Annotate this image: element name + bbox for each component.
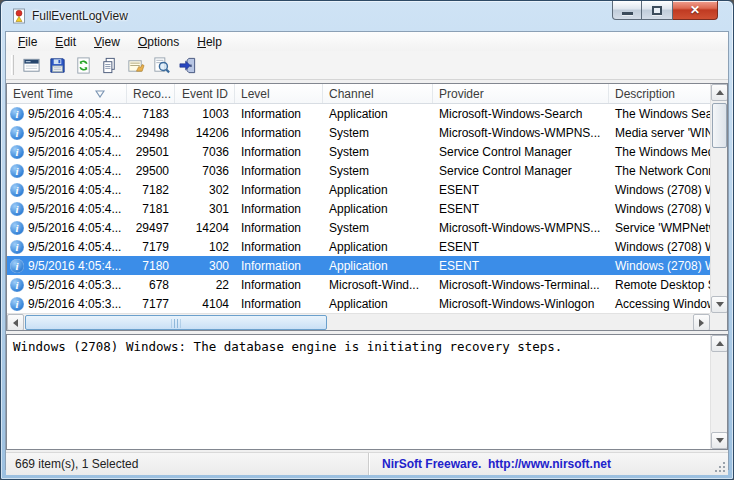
list-rows: i9/5/2016 4:05:4...71831003InformationAp… xyxy=(7,104,710,313)
column-header-provider[interactable]: Provider xyxy=(433,84,609,103)
horizontal-scroll-thumb[interactable] xyxy=(25,315,327,330)
window-title: FullEventLogView xyxy=(32,9,128,23)
event-row-selected[interactable]: i9/5/2016 4:05:4...7180300InformationApp… xyxy=(7,256,710,275)
cell-channel: System xyxy=(323,221,433,235)
event-time-text: 9/5/2016 4:05:4... xyxy=(28,259,121,273)
cell-description: The Network Conn xyxy=(609,164,710,178)
cell-level: Information xyxy=(235,202,323,216)
find-button[interactable] xyxy=(148,53,174,77)
resize-grip-icon[interactable] xyxy=(714,461,726,473)
maximize-button[interactable] xyxy=(642,1,673,20)
event-row[interactable]: i9/5/2016 4:05:4...7179102InformationApp… xyxy=(7,237,710,256)
scroll-down-button[interactable] xyxy=(711,296,728,313)
cell-provider: ESENT xyxy=(433,202,609,216)
column-header-time[interactable]: Event Time xyxy=(7,84,127,103)
save-button[interactable] xyxy=(44,53,70,77)
column-label: Level xyxy=(241,87,270,101)
column-label: Provider xyxy=(439,87,484,101)
cell-time: i9/5/2016 4:05:4... xyxy=(7,259,127,273)
cell-channel: System xyxy=(323,145,433,159)
detail-scroll-up-button[interactable] xyxy=(711,335,728,352)
nirsoft-link[interactable]: NirSoft Freeware. http://www.nirsoft.net xyxy=(382,457,611,471)
copy-button[interactable] xyxy=(96,53,122,77)
column-header-channel[interactable]: Channel xyxy=(323,84,433,103)
event-row[interactable]: i9/5/2016 4:05:4...2949814206Information… xyxy=(7,123,710,142)
screen: FullEventLogView ✕ FileEditViewOptionsHe… xyxy=(0,0,734,480)
column-header-record[interactable]: Reco... xyxy=(127,84,175,103)
status-bar: 669 item(s), 1 Selected NirSoft Freeware… xyxy=(6,452,728,475)
cell-channel: Application xyxy=(323,297,433,311)
event-row[interactable]: i9/5/2016 4:05:3...67822InformationMicro… xyxy=(7,275,710,294)
cell-description: Windows (2708) W xyxy=(609,202,710,216)
exit-button[interactable] xyxy=(174,53,200,77)
menu-view[interactable]: View xyxy=(85,33,129,51)
cell-time: i9/5/2016 4:05:4... xyxy=(7,164,127,178)
event-row[interactable]: i9/5/2016 4:05:4...295007036InformationS… xyxy=(7,161,710,180)
detail-vertical-scrollbar[interactable] xyxy=(710,335,727,449)
toolbar-grip[interactable] xyxy=(11,55,14,75)
scroll-left-button[interactable] xyxy=(7,314,24,331)
scroll-up-button[interactable] xyxy=(711,84,728,101)
cell-provider: Microsoft-Windows-WMPNS... xyxy=(433,126,609,140)
find-icon xyxy=(152,56,171,75)
cell-provider: Service Control Manager xyxy=(433,164,609,178)
cell-channel: Application xyxy=(323,107,433,121)
event-row[interactable]: i9/5/2016 4:05:4...7181301InformationApp… xyxy=(7,199,710,218)
menu-help[interactable]: Help xyxy=(188,33,231,51)
refresh-button[interactable] xyxy=(70,53,96,77)
menu-bar: FileEditViewOptionsHelp xyxy=(6,32,728,51)
information-level-icon: i xyxy=(10,126,24,140)
title-bar[interactable]: FullEventLogView ✕ xyxy=(1,1,733,31)
information-level-icon: i xyxy=(10,164,24,178)
cell-event_id: 301 xyxy=(175,202,235,216)
column-label: Description xyxy=(615,87,675,101)
detail-pane[interactable]: Windows (2708) Windows: The database eng… xyxy=(6,334,728,450)
data-source-icon xyxy=(22,56,41,75)
event-row[interactable]: i9/5/2016 4:05:3...71774104InformationAp… xyxy=(7,294,710,313)
scroll-right-button[interactable] xyxy=(693,314,710,331)
cell-provider: Microsoft-Windows-Search xyxy=(433,107,609,121)
arrow-right-icon xyxy=(699,319,708,327)
status-items-count: 669 item(s), 1 Selected xyxy=(6,453,369,475)
column-header-event_id[interactable]: Event ID xyxy=(175,84,235,103)
event-row[interactable]: i9/5/2016 4:05:4...295017036InformationS… xyxy=(7,142,710,161)
menu-file[interactable]: File xyxy=(9,33,46,51)
cell-description: Remote Desktop S xyxy=(609,278,710,292)
cell-record: 29497 xyxy=(127,221,175,235)
cell-level: Information xyxy=(235,240,323,254)
cell-level: Information xyxy=(235,183,323,197)
cell-level: Information xyxy=(235,297,323,311)
event-row[interactable]: i9/5/2016 4:05:4...71831003InformationAp… xyxy=(7,104,710,123)
menu-options[interactable]: Options xyxy=(129,33,188,51)
column-header-level[interactable]: Level xyxy=(235,84,323,103)
cell-event_id: 300 xyxy=(175,259,235,273)
event-row[interactable]: i9/5/2016 4:05:4...2949714204Information… xyxy=(7,218,710,237)
minimize-button[interactable] xyxy=(612,1,642,20)
event-row[interactable]: i9/5/2016 4:05:4...7182302InformationApp… xyxy=(7,180,710,199)
cell-channel: System xyxy=(323,164,433,178)
detail-scroll-down-button[interactable] xyxy=(711,432,728,449)
cell-description: Accessing Window xyxy=(609,297,710,311)
column-label: Event ID xyxy=(182,87,228,101)
cell-time: i9/5/2016 4:05:3... xyxy=(7,297,127,311)
data-source-button[interactable] xyxy=(18,53,44,77)
cell-record: 7180 xyxy=(127,259,175,273)
horizontal-scrollbar[interactable] xyxy=(7,313,710,330)
cell-record: 7182 xyxy=(127,183,175,197)
vertical-scrollbar[interactable] xyxy=(710,84,727,313)
cell-description: Media server 'WIN xyxy=(609,126,710,140)
column-header-description[interactable]: Description xyxy=(609,84,710,103)
cell-level: Information xyxy=(235,278,323,292)
arrow-down-icon xyxy=(716,438,724,447)
cell-event_id: 22 xyxy=(175,278,235,292)
vertical-scroll-thumb[interactable] xyxy=(712,103,727,148)
close-button[interactable]: ✕ xyxy=(673,1,718,20)
copy-icon xyxy=(100,56,119,75)
cell-level: Information xyxy=(235,259,323,273)
cell-record: 678 xyxy=(127,278,175,292)
event-time-text: 9/5/2016 4:05:4... xyxy=(28,221,121,235)
menu-edit[interactable]: Edit xyxy=(46,33,85,51)
cell-channel: System xyxy=(323,126,433,140)
cell-description: The Windows Med xyxy=(609,145,710,159)
properties-button[interactable] xyxy=(122,53,148,77)
